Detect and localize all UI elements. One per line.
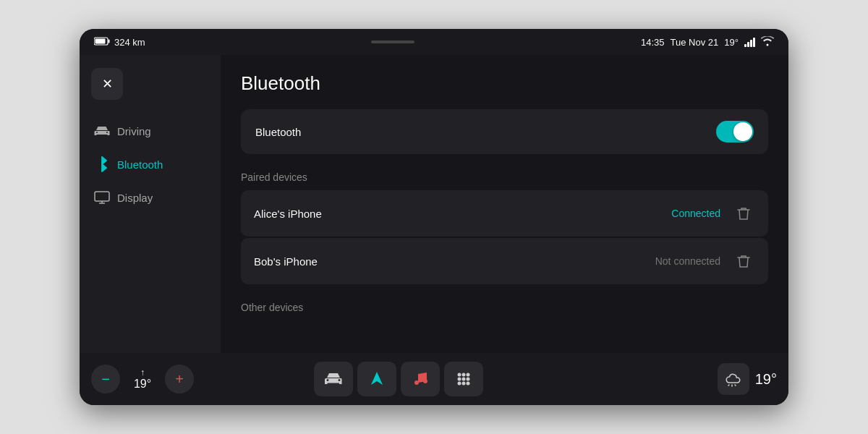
close-button[interactable]: ✕ xyxy=(91,68,123,100)
device-frame: 324 km 14:35 Tue Nov 21 19° xyxy=(80,29,788,405)
sidebar-item-bluetooth-label: Bluetooth xyxy=(117,158,163,171)
svg-point-9 xyxy=(466,373,469,377)
svg-point-8 xyxy=(461,373,465,377)
device-status-bob: Not connected xyxy=(655,255,720,267)
car-icon xyxy=(94,123,110,139)
battery-range: 324 km xyxy=(114,37,145,48)
paired-devices-header: Paired devices xyxy=(241,171,768,183)
sidebar-item-bluetooth[interactable]: Bluetooth xyxy=(80,148,221,181)
svg-rect-2 xyxy=(95,38,106,43)
device-right-bob: Not connected xyxy=(655,250,755,273)
display-icon xyxy=(94,190,110,205)
bluetooth-toggle-switch[interactable] xyxy=(716,121,754,142)
svg-point-15 xyxy=(466,382,469,386)
date-display: Tue Nov 21 xyxy=(671,37,719,48)
svg-point-13 xyxy=(457,382,461,386)
svg-point-11 xyxy=(461,378,465,381)
device-name-bob: Bob's iPhone xyxy=(254,255,318,268)
status-bar: 324 km 14:35 Tue Nov 21 19° xyxy=(80,29,788,55)
status-center xyxy=(371,41,414,43)
sidebar-item-driving[interactable]: Driving xyxy=(80,114,221,148)
sidebar-item-driving-label: Driving xyxy=(117,125,151,137)
battery-icon xyxy=(94,37,110,48)
delete-button-alice[interactable] xyxy=(732,202,755,225)
sidebar: ✕ Driving Bluetooth xyxy=(80,55,221,353)
svg-point-12 xyxy=(466,378,469,381)
signal-bar-1 xyxy=(744,44,746,47)
nav-apps-button[interactable] xyxy=(444,362,483,396)
delete-button-bob[interactable] xyxy=(732,250,755,273)
other-devices-header: Other devices xyxy=(241,302,768,313)
temp-section-left: − ↑ 19° + xyxy=(91,365,194,393)
right-section: 19° xyxy=(718,363,777,395)
content-panel: Bluetooth Bluetooth Paired devices Alice… xyxy=(221,55,788,353)
signal-bar-4 xyxy=(753,38,755,47)
device-status-alice: Connected xyxy=(671,208,720,219)
temp-display-left: ↑ 19° xyxy=(124,367,161,391)
device-right-alice: Connected xyxy=(671,202,755,225)
bottom-bar: − ↑ 19° + xyxy=(80,353,788,405)
temp-display: 19° xyxy=(724,37,739,48)
device-list: Alice's iPhone Connected Bob's iPhone xyxy=(241,190,768,284)
signal-bar-2 xyxy=(747,42,749,47)
sidebar-item-display[interactable]: Display xyxy=(80,181,221,214)
bluetooth-toggle-row: Bluetooth xyxy=(241,109,768,154)
svg-point-6 xyxy=(423,379,427,383)
svg-point-5 xyxy=(414,380,419,385)
sidebar-item-display-label: Display xyxy=(117,192,153,204)
signal-bars xyxy=(744,37,755,47)
temp-value-left: 19° xyxy=(134,378,151,391)
drag-handle xyxy=(371,41,414,43)
main-area: ✕ Driving Bluetooth xyxy=(80,55,788,353)
time-display: 14:35 xyxy=(641,37,665,48)
bluetooth-icon xyxy=(94,156,110,172)
device-item-bob[interactable]: Bob's iPhone Not connected xyxy=(241,238,768,284)
device-item-alice[interactable]: Alice's iPhone Connected xyxy=(241,190,768,237)
svg-point-10 xyxy=(457,378,461,381)
device-name-alice: Alice's iPhone xyxy=(254,208,322,220)
weather-button[interactable] xyxy=(718,363,749,395)
signal-bar-3 xyxy=(750,40,752,47)
svg-marker-4 xyxy=(371,372,383,385)
svg-point-7 xyxy=(457,373,461,377)
svg-rect-1 xyxy=(109,39,110,43)
status-right: 14:35 Tue Nov 21 19° xyxy=(641,36,774,48)
right-temp-value: 19° xyxy=(755,371,777,388)
status-left: 324 km xyxy=(94,37,145,48)
temp-plus-button[interactable]: + xyxy=(165,365,194,393)
nav-navigate-button[interactable] xyxy=(357,362,396,396)
nav-car-button[interactable] xyxy=(314,362,353,396)
bluetooth-toggle-label: Bluetooth xyxy=(255,126,301,138)
page-title: Bluetooth xyxy=(241,72,768,95)
svg-rect-3 xyxy=(95,192,109,201)
temp-arrow: ↑ xyxy=(140,367,145,378)
svg-point-14 xyxy=(461,382,465,386)
temp-minus-button[interactable]: − xyxy=(91,365,120,393)
nav-music-button[interactable] xyxy=(401,362,440,396)
wifi-icon xyxy=(761,36,774,48)
nav-icons-center xyxy=(314,362,483,396)
